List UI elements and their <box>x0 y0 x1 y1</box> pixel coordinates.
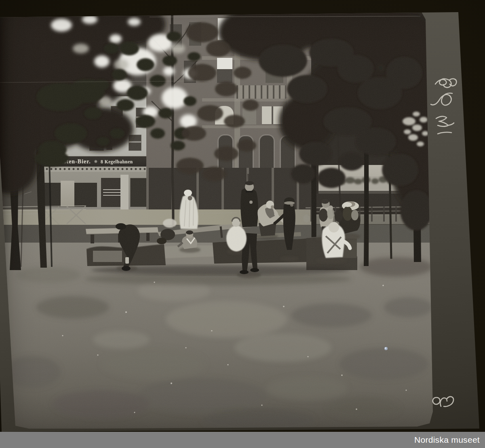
watermark-label: Nordiska museet <box>414 432 485 448</box>
photo-paper: Holsten-Bier. ❋ 8 Kegelbahnen <box>0 0 485 448</box>
inscription-bottom-right <box>433 397 453 406</box>
scanned-photograph: Holsten-Bier. ❋ 8 Kegelbahnen <box>0 0 485 448</box>
margin-inscriptions <box>0 0 485 448</box>
inscription-top-right <box>431 79 456 134</box>
watermark-bar: Nordiska museet <box>0 432 485 448</box>
